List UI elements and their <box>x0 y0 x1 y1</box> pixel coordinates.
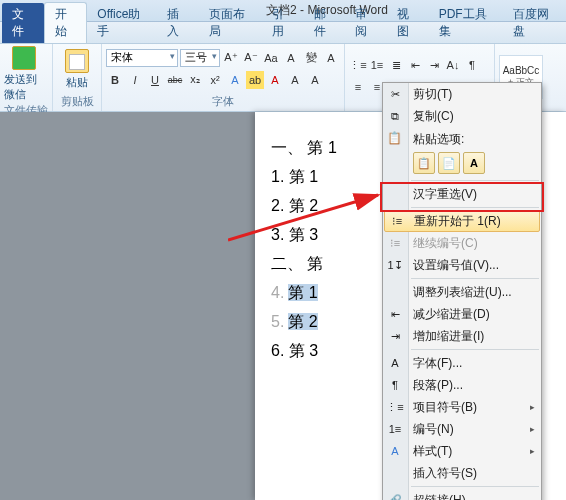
multilevel-button[interactable]: ≣ <box>387 56 405 74</box>
bold-button[interactable]: B <box>106 71 124 89</box>
paste-button[interactable]: 粘贴 <box>57 49 97 90</box>
bullets-icon: ⋮≡ <box>387 399 403 415</box>
change-case-button[interactable]: Aa <box>262 49 280 67</box>
char-shading-button[interactable]: A <box>286 71 304 89</box>
shrink-font-button[interactable]: A⁻ <box>242 49 260 67</box>
subscript-button[interactable]: x₂ <box>186 71 204 89</box>
group-label: 剪贴板 <box>57 93 97 111</box>
ctx-adjust-list-indent[interactable]: 调整列表缩进(U)... <box>383 281 541 303</box>
paste-keep-source-button[interactable]: 📋 <box>413 152 435 174</box>
group-file-transfer: 发送到微信 文件传输 <box>0 44 53 111</box>
ctx-restart-at-1[interactable]: ⁝≡重新开始于 1(R) <box>384 210 540 232</box>
tab-view[interactable]: 视图 <box>387 3 429 43</box>
dec-indent-icon: ⇤ <box>387 306 403 322</box>
copy-icon: ⧉ <box>387 108 403 124</box>
ctx-decrease-indent[interactable]: ⇤减少缩进量(D) <box>383 303 541 325</box>
tab-layout[interactable]: 页面布局 <box>199 3 262 43</box>
styles-icon: A <box>387 443 403 459</box>
numbering-button[interactable]: 1≡ <box>368 56 386 74</box>
text-effects-button[interactable]: A <box>226 71 244 89</box>
ribbon-tabs: 文件 开始 Office助手 插入 页面布局 引用 邮件 审阅 视图 PDF工具… <box>0 22 566 44</box>
char-border-button[interactable]: A <box>322 49 340 67</box>
phonetic-button[interactable]: 變 <box>302 49 320 67</box>
link-icon: 🔗 <box>387 492 403 500</box>
group-label: 字体 <box>106 93 340 111</box>
ctx-styles[interactable]: A样式(T)▸ <box>383 440 541 462</box>
tab-home[interactable]: 开始 <box>44 2 88 43</box>
set-value-icon: 1↧ <box>387 257 403 273</box>
gray-margin <box>0 112 255 500</box>
ctx-hyperlink[interactable]: 🔗超链接(H)... <box>383 489 541 500</box>
paste-options: 📋 📄 A <box>383 150 541 178</box>
inc-indent-icon: ⇥ <box>387 328 403 344</box>
ctx-increase-indent[interactable]: ⇥增加缩进量(I) <box>383 325 541 347</box>
highlight-button[interactable]: ab <box>246 71 264 89</box>
paragraph-icon: ¶ <box>387 377 403 393</box>
align-left-button[interactable]: ≡ <box>349 78 367 96</box>
font-color-button[interactable]: A <box>266 71 284 89</box>
wechat-icon <box>12 46 36 70</box>
ctx-paragraph[interactable]: ¶段落(P)... <box>383 374 541 396</box>
scissors-icon: ✂ <box>387 86 403 102</box>
ctx-cut[interactable]: ✂剪切(T) <box>383 83 541 105</box>
ctx-bullets[interactable]: ⋮≡项目符号(B)▸ <box>383 396 541 418</box>
strike-button[interactable]: abc <box>166 71 184 89</box>
tab-file[interactable]: 文件 <box>2 3 44 43</box>
font-size-combo[interactable]: 三号 <box>180 49 220 67</box>
ctx-continue-numbering: ⁝≡继续编号(C) <box>383 232 541 254</box>
underline-button[interactable]: U <box>146 71 164 89</box>
tab-mailings[interactable]: 邮件 <box>304 3 346 43</box>
ctx-set-numbering-value[interactable]: 1↧设置编号值(V)... <box>383 254 541 276</box>
tab-office-assistant[interactable]: Office助手 <box>87 3 157 43</box>
superscript-button[interactable]: x² <box>206 71 224 89</box>
paste-merge-button[interactable]: 📄 <box>438 152 460 174</box>
group-clipboard: 粘贴 剪贴板 <box>53 44 102 111</box>
ctx-insert-symbol[interactable]: 插入符号(S) <box>383 462 541 484</box>
dec-indent-button[interactable]: ⇤ <box>406 56 424 74</box>
grow-font-button[interactable]: A⁺ <box>222 49 240 67</box>
tab-baidu[interactable]: 百度网盘 <box>503 3 566 43</box>
enclose-char-button[interactable]: A <box>306 71 324 89</box>
context-menu: ✂剪切(T) ⧉复制(C) 📋粘贴选项: 📋 📄 A 汉字重选(V) ⁝≡重新开… <box>382 82 542 500</box>
clear-format-button[interactable]: A <box>282 49 300 67</box>
tab-insert[interactable]: 插入 <box>157 3 199 43</box>
restart-numbering-icon: ⁝≡ <box>389 213 405 229</box>
paste-icon <box>65 49 89 73</box>
paste-text-only-button[interactable]: A <box>463 152 485 174</box>
font-icon: A <box>387 355 403 371</box>
tab-references[interactable]: 引用 <box>262 3 304 43</box>
ctx-font[interactable]: A字体(F)... <box>383 352 541 374</box>
bullets-button[interactable]: ⋮≡ <box>349 56 367 74</box>
show-marks-button[interactable]: ¶ <box>463 56 481 74</box>
inc-indent-button[interactable]: ⇥ <box>425 56 443 74</box>
tab-review[interactable]: 审阅 <box>345 3 387 43</box>
submenu-arrow-icon: ▸ <box>530 424 535 434</box>
ctx-copy[interactable]: ⧉复制(C) <box>383 105 541 127</box>
ctx-numbering[interactable]: 1≡编号(N)▸ <box>383 418 541 440</box>
sort-button[interactable]: A↓ <box>444 56 462 74</box>
italic-button[interactable]: I <box>126 71 144 89</box>
group-font: 宋体 三号 A⁺ A⁻ Aa A 變 A B I U abc x₂ x² A a… <box>102 44 345 111</box>
submenu-arrow-icon: ▸ <box>530 402 535 412</box>
tab-pdf[interactable]: PDF工具集 <box>429 3 503 43</box>
ctx-paste-options-label: 📋粘贴选项: <box>383 127 541 150</box>
numbering-icon: 1≡ <box>387 421 403 437</box>
submenu-arrow-icon: ▸ <box>530 446 535 456</box>
paste-icon: 📋 <box>387 131 402 145</box>
ctx-reconvert[interactable]: 汉字重选(V) <box>383 183 541 205</box>
font-name-combo[interactable]: 宋体 <box>106 49 178 67</box>
continue-numbering-icon: ⁝≡ <box>387 235 403 251</box>
send-to-wechat-button[interactable]: 发送到微信 <box>4 46 44 102</box>
